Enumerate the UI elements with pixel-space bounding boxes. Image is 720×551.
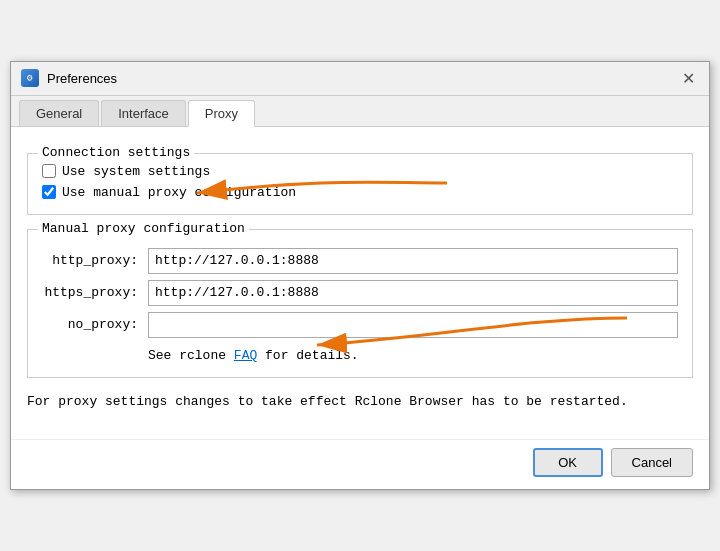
close-button[interactable]: ✕ [677,67,699,89]
button-bar: OK Cancel [11,439,709,489]
tab-interface[interactable]: Interface [101,100,186,126]
faq-line: See rclone FAQ for details. [148,348,678,363]
https-proxy-label: https_proxy: [42,285,142,300]
connection-settings-group: Connection settings Use system settings … [27,153,693,215]
proxy-form: http_proxy: https_proxy: no_proxy: See r… [42,248,678,363]
https-proxy-input[interactable] [148,280,678,306]
main-content: Connection settings Use system settings … [11,127,709,440]
preferences-window: ⚙ Preferences ✕ General Interface Proxy [10,61,710,491]
manual-proxy-label: Manual proxy configuration [38,221,249,236]
http-proxy-input[interactable] [148,248,678,274]
title-bar-left: ⚙ Preferences [21,69,117,87]
use-manual-checkbox[interactable] [42,185,56,199]
tab-general[interactable]: General [19,100,99,126]
title-bar: ⚙ Preferences ✕ [11,62,709,96]
arrow-container: Connection settings Use system settings … [27,153,693,412]
faq-text-before: See rclone [148,348,234,363]
use-system-checkbox[interactable] [42,164,56,178]
app-icon: ⚙ [21,69,39,87]
cancel-button[interactable]: Cancel [611,448,693,477]
no-proxy-label: no_proxy: [42,317,142,332]
faq-text-after: for details. [257,348,358,363]
use-system-row: Use system settings [42,164,678,179]
manual-proxy-group: Manual proxy configuration http_proxy: h… [27,229,693,378]
tab-proxy[interactable]: Proxy [188,100,255,127]
tab-bar: General Interface Proxy [11,96,709,127]
ok-button[interactable]: OK [533,448,603,477]
window-title: Preferences [47,71,117,86]
connection-settings-label: Connection settings [38,145,194,160]
use-system-label: Use system settings [62,164,210,179]
footer-note: For proxy settings changes to take effec… [27,392,693,412]
faq-link[interactable]: FAQ [234,348,257,363]
http-proxy-label: http_proxy: [42,253,142,268]
use-manual-row: Use manual proxy configuration [42,185,678,200]
no-proxy-input[interactable] [148,312,678,338]
use-manual-label: Use manual proxy configuration [62,185,296,200]
